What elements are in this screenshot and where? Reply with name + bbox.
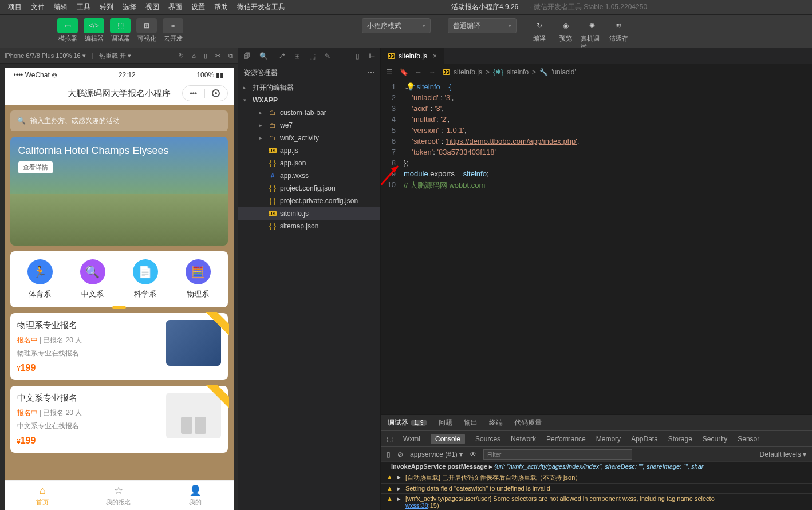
file-tree-item[interactable]: JSsiteinfo.js bbox=[238, 207, 380, 220]
file-tree-item[interactable]: { }project.private.config.json bbox=[238, 195, 380, 207]
file-tree-item[interactable]: ▸🗀wnfx_activity bbox=[238, 132, 380, 144]
category-item[interactable]: 📄科学系 bbox=[119, 259, 172, 299]
ext-icon[interactable]: ⊞ bbox=[294, 52, 300, 60]
simulator-button[interactable]: ▭模拟器 bbox=[56, 18, 79, 43]
tab-debugger[interactable]: 调试器1, 9 bbox=[388, 418, 427, 428]
activity-card[interactable]: 物理系专业报名 报名中 | 已报名 20 人 物理系专业在线报名 ¥199 bbox=[10, 313, 228, 380]
devtab-network[interactable]: Network bbox=[511, 435, 536, 443]
console-output[interactable]: invokeAppService postMessage ▸ {url: "/w… bbox=[381, 461, 812, 510]
clear-console-icon[interactable]: ⊘ bbox=[397, 450, 403, 458]
mode-select[interactable]: 小程序模式▾ bbox=[362, 18, 431, 33]
tab-output[interactable]: 输出 bbox=[464, 418, 478, 428]
menu-edit[interactable]: 编辑 bbox=[49, 2, 72, 12]
brush-icon[interactable]: ✎ bbox=[325, 52, 330, 60]
branch-icon[interactable]: ⎇ bbox=[277, 52, 285, 60]
tab-my-signup[interactable]: ☆我的报名 bbox=[81, 481, 157, 510]
editor-button[interactable]: </>编辑器 bbox=[82, 18, 105, 43]
ribbon-icon bbox=[206, 385, 229, 408]
real-debug-button[interactable]: ✺真机调试 bbox=[581, 18, 604, 52]
files-icon[interactable]: 🗐 bbox=[243, 52, 250, 60]
context-select[interactable]: appservice (#1) ▾ bbox=[410, 450, 463, 458]
tab-siteinfo[interactable]: JS siteinfo.js × bbox=[381, 48, 444, 64]
search-input[interactable]: 🔍 输入主办方、或感兴趣的活动 bbox=[10, 110, 228, 131]
menu-ui[interactable]: 界面 bbox=[164, 2, 187, 12]
file-tree-item[interactable]: ▸🗀we7 bbox=[238, 119, 380, 132]
file-tree-item[interactable]: { }app.json bbox=[238, 157, 380, 169]
category-item[interactable]: 🔍中文系 bbox=[66, 259, 119, 299]
preview-button[interactable]: ◉预览 bbox=[554, 18, 577, 52]
filter-input[interactable]: Filter bbox=[483, 449, 632, 460]
more-icon[interactable]: ••• bbox=[183, 89, 205, 97]
menu-tool[interactable]: 工具 bbox=[72, 2, 95, 12]
menu-project[interactable]: 项目 bbox=[3, 2, 26, 12]
menu-file[interactable]: 文件 bbox=[26, 2, 49, 12]
home-icon[interactable]: ⌂ bbox=[192, 52, 196, 60]
devtab-console[interactable]: Console bbox=[431, 434, 465, 444]
devtab-security[interactable]: Security bbox=[703, 435, 727, 443]
inspect-icon[interactable]: ⬚ bbox=[387, 435, 393, 443]
cut-icon[interactable]: ✂ bbox=[215, 52, 220, 60]
tab-terminal[interactable]: 终端 bbox=[489, 418, 503, 428]
sidebar-toggle-icon[interactable]: ▯ bbox=[387, 450, 391, 458]
menu-settings[interactable]: 设置 bbox=[187, 2, 210, 12]
tab-profile[interactable]: 👤我的 bbox=[157, 481, 233, 510]
open-editors-section[interactable]: ▸打开的编辑器 bbox=[238, 81, 380, 94]
file-tree-item[interactable]: JSapp.js bbox=[238, 144, 380, 157]
clear-cache-button[interactable]: ≋清缓存 bbox=[607, 18, 630, 52]
code-editor[interactable]: 1⌄ 💡r siteinfo = { 2 'uniacid' : '3', 3 … bbox=[381, 80, 812, 414]
file-tree-item[interactable]: { }project.config.json bbox=[238, 182, 380, 195]
category-row: 🏃体育系 🔍中文系 📄科学系 🧮物理系 bbox=[10, 251, 228, 307]
rotate-icon[interactable]: ▯ bbox=[204, 52, 207, 60]
menu-select[interactable]: 选择 bbox=[118, 2, 141, 12]
project-root[interactable]: ▾WXAPP bbox=[238, 94, 380, 106]
visual-button[interactable]: ⊞可视化 bbox=[135, 18, 158, 43]
menu-goto[interactable]: 转到 bbox=[95, 2, 118, 12]
tab-quality[interactable]: 代码质量 bbox=[514, 418, 542, 428]
banner[interactable]: California Hotel Champs Elysees 查看详情 bbox=[10, 137, 228, 246]
cube-icon[interactable]: ⬚ bbox=[309, 52, 316, 60]
close-tab-icon[interactable]: × bbox=[433, 52, 437, 60]
lightbulb-icon[interactable]: 💡 bbox=[406, 82, 415, 91]
file-tree-item[interactable]: ▸🗀custom-tab-bar bbox=[238, 106, 380, 119]
menu-devtools[interactable]: 微信开发者工具 bbox=[232, 2, 290, 12]
panel-right-icon[interactable]: ⊩ bbox=[369, 52, 375, 60]
back-icon[interactable]: ← bbox=[415, 68, 422, 76]
search-icon[interactable]: 🔍 bbox=[259, 52, 268, 60]
menu-view[interactable]: 视图 bbox=[141, 2, 164, 12]
bookmark-icon[interactable]: 🔖 bbox=[400, 68, 408, 76]
more-icon[interactable]: ⋯ bbox=[368, 69, 375, 77]
devtab-appdata[interactable]: AppData bbox=[631, 435, 658, 443]
file-tree-item[interactable]: { }sitemap.json bbox=[238, 220, 380, 232]
log-level-select[interactable]: Default levels ▾ bbox=[760, 450, 806, 458]
cloud-button[interactable]: ∞云开发 bbox=[161, 18, 184, 43]
refresh-icon[interactable]: ↻ bbox=[179, 52, 184, 60]
file-tree-item[interactable]: #app.wxss bbox=[238, 169, 380, 182]
tab-home[interactable]: ⌂首页 bbox=[5, 481, 81, 510]
device-select[interactable]: iPhone 6/7/8 Plus 100% 16 ▾ bbox=[5, 52, 86, 60]
panel-toggle-icon[interactable]: ▯ bbox=[356, 52, 360, 60]
devtab-memory[interactable]: Memory bbox=[596, 435, 621, 443]
devtab-sensor[interactable]: Sensor bbox=[738, 435, 759, 443]
category-item[interactable]: 🏃体育系 bbox=[14, 259, 66, 299]
menu-help[interactable]: 帮助 bbox=[210, 2, 232, 12]
devtab-wxml[interactable]: Wxml bbox=[403, 435, 420, 443]
hot-reload-toggle[interactable]: 热重载 开 ▾ bbox=[99, 52, 131, 60]
list-icon[interactable]: ☰ bbox=[387, 68, 393, 76]
devtab-performance[interactable]: Performance bbox=[546, 435, 586, 443]
tab-issues[interactable]: 问题 bbox=[439, 418, 452, 428]
banner-detail-button[interactable]: 查看详情 bbox=[18, 161, 53, 173]
float-icon[interactable]: ⧉ bbox=[228, 52, 233, 60]
debugger-button[interactable]: ⬚调试器 bbox=[109, 18, 132, 43]
main-toolbar: ▭模拟器 </>编辑器 ⬚调试器 ⊞可视化 ∞云开发 小程序模式▾ 普通编译▾ … bbox=[0, 15, 812, 48]
capsule-button[interactable]: ••• bbox=[182, 85, 228, 101]
devtab-sources[interactable]: Sources bbox=[475, 435, 500, 443]
forward-icon[interactable]: → bbox=[429, 68, 436, 76]
compile-mode-select[interactable]: 普通编译▾ bbox=[448, 18, 517, 33]
close-icon[interactable] bbox=[205, 89, 227, 97]
devtab-storage[interactable]: Storage bbox=[668, 435, 692, 443]
category-item[interactable]: 🧮物理系 bbox=[172, 259, 224, 299]
breadcrumb[interactable]: JS siteinfo.js > {✱} siteinfo > 🔧 'uniac… bbox=[443, 68, 576, 76]
compile-button[interactable]: ↻编译 bbox=[528, 18, 551, 52]
activity-card[interactable]: 中文系专业报名 报名中 | 已报名 20 人 中文系专业在线报名 ¥199 bbox=[10, 386, 228, 453]
eye-icon[interactable]: 👁 bbox=[470, 450, 476, 458]
